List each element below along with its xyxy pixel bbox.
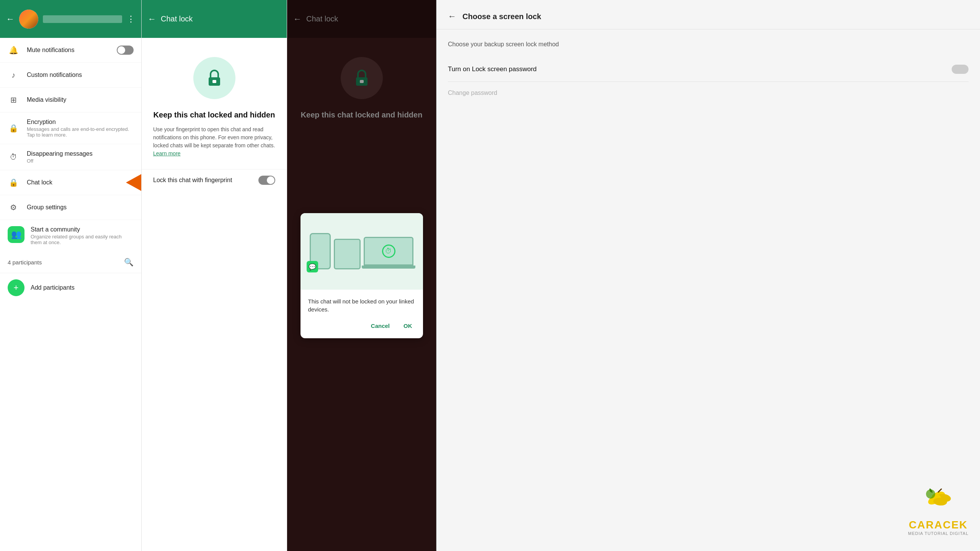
more-options-icon[interactable]: ⋮	[127, 14, 135, 24]
chatlock-title-light: Chat lock	[161, 15, 193, 23]
add-participant-label: Add participants	[31, 284, 75, 291]
group-label: Group settings	[27, 204, 134, 211]
chatlock-icon: 🔒	[8, 177, 19, 188]
laptop-base	[362, 266, 415, 269]
chatlock-desc-text: Use your fingerprint to open this chat a…	[153, 126, 275, 148]
lock-icon-svg	[203, 67, 226, 90]
arrow-indicator	[126, 174, 141, 191]
arrow-tip	[126, 174, 141, 191]
banana-icon	[908, 488, 969, 517]
chatlock-main-title: Keep this chat locked and hidden	[153, 111, 275, 119]
community-text: Start a community Organize related group…	[31, 226, 134, 245]
settings-item-custom[interactable]: ♪ Custom notifications	[0, 63, 141, 88]
settings-item-mute[interactable]: 🔔 Mute notifications	[0, 38, 141, 63]
dialog-box: 💬 ⏱ This chat will not be locked on your…	[301, 213, 423, 338]
laptop-shape: ⏱	[364, 237, 413, 269]
fingerprint-toggle[interactable]	[258, 176, 275, 185]
lock-option-password[interactable]: Turn on Lock screen password	[448, 57, 969, 82]
chatlock-content: Keep this chat locked and hidden Use you…	[142, 111, 287, 169]
screen-lock-title: Choose a screen lock	[462, 12, 541, 21]
encryption-text: Encryption Messages and calls are end-to…	[27, 119, 134, 138]
lock-icon-container	[193, 57, 235, 99]
community-icon: 👥	[8, 226, 24, 243]
chatlock-text: Chat lock	[27, 179, 134, 186]
screen-lock-back-button[interactable]: ←	[448, 11, 456, 21]
panel-chatlock-light: ← Chat lock Keep this chat locked and hi…	[142, 0, 287, 551]
encryption-sublabel: Messages and calls are end-to-end encryp…	[27, 126, 134, 138]
change-password-option[interactable]: Change password	[448, 82, 969, 104]
settings-item-disappearing[interactable]: ⏱ Disappearing messages Off	[0, 144, 141, 170]
media-label: Media visibility	[27, 96, 134, 103]
tablet-shape	[334, 239, 361, 269]
mute-label: Mute notifications	[27, 47, 117, 54]
chatlock-desc: Use your fingerprint to open this chat a…	[153, 126, 275, 158]
settings-header: ← ⋮	[0, 0, 141, 38]
custom-text: Custom notifications	[27, 72, 134, 78]
learn-more-link[interactable]: Learn more	[153, 150, 181, 156]
custom-icon: ♪	[8, 69, 19, 81]
devices-group: 💬 ⏱	[310, 233, 413, 269]
back-button[interactable]: ←	[6, 14, 15, 24]
add-participant-item[interactable]: + Add participants	[0, 273, 141, 302]
dialog-ok-button[interactable]: OK	[400, 321, 415, 331]
settings-item-media[interactable]: ⊞ Media visibility	[0, 88, 141, 112]
lock-option-label: Turn on Lock screen password	[448, 65, 537, 73]
avatar-image	[19, 10, 38, 29]
panel-screen-lock: ← Choose a screen lock Choose your backu…	[436, 0, 980, 551]
panel-settings: ← ⋮ 🔔 Mute notifications ♪ Custom notifi…	[0, 0, 142, 551]
settings-list: 🔔 Mute notifications ♪ Custom notificati…	[0, 38, 141, 551]
settings-item-community[interactable]: 👥 Start a community Organize related gro…	[0, 220, 141, 251]
dialog-overlay: 💬 ⏱ This chat will not be locked on your…	[287, 0, 436, 551]
avatar	[19, 10, 38, 29]
watermark: CARACEK MEDIA TUTORIAL DIGITAL	[908, 488, 969, 536]
green-phone-icon: 💬	[307, 261, 318, 272]
disappearing-icon: ⏱	[8, 152, 19, 163]
mute-icon: 🔔	[8, 44, 19, 56]
encryption-icon: 🔒	[8, 122, 19, 134]
lock-password-toggle[interactable]	[952, 65, 969, 74]
participants-header: 4 participants 🔍	[8, 258, 134, 267]
dialog-cancel-button[interactable]: Cancel	[368, 321, 393, 331]
backup-method-label: Choose your backup screen lock method	[448, 41, 969, 48]
screen-lock-header: ← Choose a screen lock	[436, 0, 980, 29]
settings-item-group[interactable]: ⚙ Group settings	[0, 195, 141, 220]
chatlock-back-button[interactable]: ←	[148, 14, 156, 24]
disappearing-label: Disappearing messages	[27, 150, 134, 157]
disappearing-text: Disappearing messages Off	[27, 150, 134, 164]
mute-text: Mute notifications	[27, 47, 117, 54]
group-text: Group settings	[27, 204, 134, 211]
clock-icon: ⏱	[382, 245, 395, 258]
fingerprint-row: Lock this chat with fingerprint	[142, 169, 287, 191]
chatlock-header-light: ← Chat lock	[142, 0, 287, 38]
dialog-illustration: 💬 ⏱	[301, 213, 423, 290]
laptop-screen: ⏱	[364, 237, 413, 266]
encryption-label: Encryption	[27, 119, 134, 126]
dialog-actions: Cancel OK	[301, 317, 423, 338]
disappearing-sublabel: Off	[27, 158, 134, 164]
mute-toggle[interactable]	[117, 46, 134, 55]
dialog-text: This chat will not be locked on your lin…	[301, 290, 423, 317]
media-icon: ⊞	[8, 94, 19, 106]
media-text: Media visibility	[27, 96, 134, 103]
panel-chatlock-dark: ← Chat lock Keep this chat locked and hi…	[287, 0, 436, 551]
participants-section: 4 participants 🔍	[0, 251, 141, 273]
brand-name: CARACEK	[908, 519, 969, 531]
contact-name	[43, 15, 122, 23]
fingerprint-label: Lock this chat with fingerprint	[153, 177, 232, 184]
search-icon[interactable]: 🔍	[124, 258, 134, 267]
svg-point-2	[214, 80, 215, 82]
settings-item-encryption[interactable]: 🔒 Encryption Messages and calls are end-…	[0, 112, 141, 144]
community-sublabel: Organize related groups and easily reach…	[31, 234, 134, 245]
community-label: Start a community	[31, 226, 134, 233]
group-icon: ⚙	[8, 202, 19, 213]
brand-tagline: MEDIA TUTORIAL DIGITAL	[908, 531, 969, 536]
banana-svg	[919, 488, 957, 517]
settings-item-chatlock[interactable]: 🔒 Chat lock	[0, 170, 141, 195]
custom-label: Custom notifications	[27, 72, 134, 78]
add-participant-icon: +	[8, 279, 24, 296]
participants-count: 4 participants	[8, 259, 42, 266]
chatlock-label: Chat lock	[27, 179, 134, 186]
phone-container: 💬	[310, 233, 331, 269]
screen-lock-content: Choose your backup screen lock method Tu…	[436, 29, 980, 116]
